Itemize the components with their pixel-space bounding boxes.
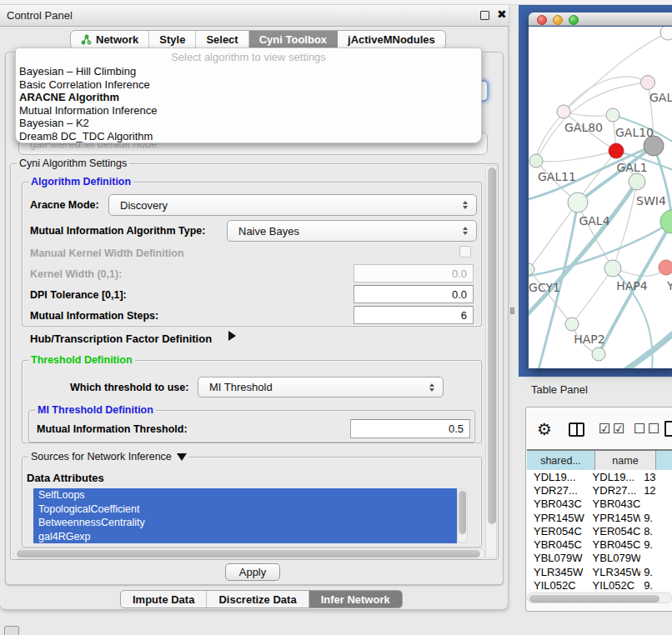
settings-horizontal-scrollbar[interactable] (13, 548, 485, 559)
which-threshold-label: Which threshold to use: (70, 382, 188, 393)
table-row[interactable]: YDR27...YDR27...12 (527, 483, 672, 497)
app-screen: { "icons": {"gear": "⚙", "checked": "☑",… (0, 0, 672, 635)
network-node[interactable] (659, 260, 672, 275)
table-cell: 8. (640, 525, 672, 538)
table-row[interactable]: YBL079WYBL079W (527, 552, 672, 565)
tab-label: Select (206, 33, 238, 46)
network-node[interactable] (641, 76, 655, 90)
hub-section-label[interactable]: Hub/Transcription Factor Definition (30, 332, 212, 345)
network-node[interactable] (660, 210, 672, 233)
tab-select[interactable]: Select (196, 31, 248, 48)
expand-right-icon[interactable] (228, 331, 236, 341)
algorithm-item[interactable]: Bayesian – Hill Climbing (19, 65, 481, 78)
table-cell: YPR145W (586, 512, 641, 524)
column-header-next[interactable]: A (656, 451, 672, 471)
settings-vertical-scrollbar[interactable] (485, 165, 497, 558)
tab-network[interactable]: Network (71, 31, 149, 48)
table-row[interactable]: YER054CYER054C8. (527, 524, 672, 538)
table-cell: YLR345W (527, 566, 586, 578)
node-label: Y (666, 279, 672, 292)
network-node[interactable] (592, 348, 605, 361)
tab-discretize-data[interactable]: Discretize Data (207, 591, 308, 608)
bottom-tab-bar: Impute Data Discretize Data Infer Networ… (120, 590, 403, 608)
column-header-name[interactable]: name (595, 451, 656, 471)
tab-jactivemnodules[interactable]: jActiveMNodules (338, 31, 445, 48)
columns-icon[interactable] (569, 422, 584, 437)
attribute-item-selected[interactable]: BetweennessCentrality (33, 516, 457, 530)
select-all-checked-icon[interactable]: ☑ (599, 421, 610, 437)
algorithm-item[interactable]: Bayesian – K2 (19, 117, 481, 130)
attribute-item-selected[interactable]: TopologicalCoefficient (33, 502, 457, 517)
network-node[interactable] (660, 27, 672, 40)
scrollbar-thumb[interactable] (488, 168, 496, 524)
attribute-item-selected[interactable]: SelfLoops (33, 488, 457, 502)
algorithm-item[interactable]: Dream8 DC_TDC Algorithm (19, 130, 481, 143)
dpi-tolerance-field[interactable]: 0.0 (354, 285, 474, 303)
table-row[interactable]: YBR043CYBR043C (527, 498, 672, 511)
attribute-list-scrollbar[interactable] (457, 488, 468, 543)
table-row[interactable]: YDL19...YDL19...13 (527, 470, 672, 483)
minimized-panel-icon[interactable] (4, 626, 19, 635)
kernel-width-field[interactable]: 0.0 (354, 264, 474, 282)
close-window-button[interactable] (537, 15, 547, 25)
network-node[interactable] (629, 173, 645, 190)
float-window-icon[interactable] (480, 11, 489, 20)
manual-kernel-checkbox[interactable] (459, 246, 471, 258)
network-node[interactable] (565, 318, 579, 331)
tab-infer-network[interactable]: Infer Network (309, 591, 402, 608)
export-table-icon[interactable] (664, 421, 672, 437)
threshold-definition-title: Threshold Definition (28, 354, 135, 366)
node-label: HAP2 (574, 332, 604, 346)
table-header: shared... name A (527, 449, 672, 471)
table-row[interactable]: YPR145WYPR145W9. (527, 511, 672, 524)
network-node[interactable] (529, 154, 543, 168)
mi-steps-field[interactable]: 6 (354, 306, 474, 324)
mi-algorithm-type-select[interactable]: Naive Bayes (227, 220, 477, 242)
network-node[interactable] (529, 263, 534, 275)
sources-title-text: Sources for Network Inference (31, 451, 172, 462)
spinner-arrows-icon (424, 383, 439, 392)
tab-cyni-toolbox[interactable]: Cyni Toolbox (249, 31, 338, 48)
node-label: GAL11 (538, 170, 576, 183)
algorithm-item-selected[interactable]: ARACNE Algorithm (19, 91, 481, 104)
panel-splitter-handle[interactable] (510, 308, 514, 314)
tab-label: jActiveMNodules (348, 33, 435, 46)
deselect-all-icon[interactable]: ☐ (634, 421, 645, 437)
zoom-window-button[interactable] (569, 15, 579, 25)
tab-style[interactable]: Style (149, 31, 196, 48)
gear-icon[interactable]: ⚙ (537, 419, 552, 439)
network-canvas[interactable]: GAL GAL80 GAL10 GAL1 GAL11 SWI4 GAL4 GCY… (529, 27, 672, 368)
tab-impute-data[interactable]: Impute Data (121, 591, 207, 608)
which-threshold-select[interactable]: MI Threshold (198, 377, 444, 398)
scrollbar-thumb[interactable] (17, 550, 480, 558)
table-cell: YBR043C (586, 498, 641, 510)
network-node[interactable] (568, 192, 588, 212)
table-row[interactable]: YBR045CYBR045C9. (527, 538, 672, 551)
close-icon[interactable]: ✖ (497, 8, 507, 21)
algorithm-item[interactable]: Mutual Information Inference (19, 104, 481, 118)
scrollbar-thumb[interactable] (529, 595, 659, 602)
aracne-mode-select[interactable]: Discovery (108, 194, 477, 216)
column-header-shared-name[interactable]: shared... (527, 451, 595, 471)
mi-threshold-field[interactable]: 0.5 (350, 419, 470, 438)
network-node[interactable] (604, 260, 621, 277)
algorithm-item[interactable]: Basic Correlation Inference (19, 78, 481, 92)
data-attributes-label: Data Attributes (27, 472, 104, 484)
sources-group-title[interactable]: Sources for Network Inference (28, 451, 189, 462)
network-node[interactable] (557, 105, 570, 118)
table-cell: YBR045C (586, 538, 641, 551)
minimize-window-button[interactable] (553, 15, 563, 25)
apply-button[interactable]: Apply (225, 563, 280, 581)
network-window-titlebar[interactable] (529, 12, 672, 26)
network-node-selected[interactable] (609, 143, 624, 158)
table-cell: 9. (640, 579, 672, 589)
table-cell: YIL052C (527, 579, 586, 589)
table-horizontal-scrollbar[interactable] (527, 592, 672, 603)
deselect-all-icon[interactable]: ☐ (648, 421, 659, 437)
attribute-item-selected[interactable]: gal4RGexp (33, 530, 457, 544)
select-all-checked-icon[interactable]: ☑ (613, 421, 624, 437)
table-row[interactable]: YIL052CYIL052C9. (527, 578, 672, 589)
network-node[interactable] (606, 108, 619, 122)
scrollbar-thumb[interactable] (459, 491, 466, 534)
table-row[interactable]: YLR345WYLR345W9. (527, 565, 672, 578)
